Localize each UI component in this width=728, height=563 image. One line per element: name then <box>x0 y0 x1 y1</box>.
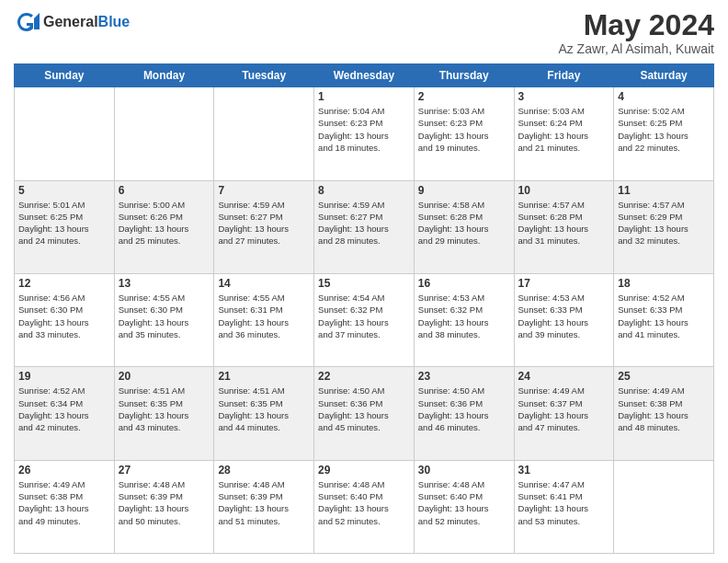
calendar-day-cell <box>614 460 714 553</box>
day-number: 17 <box>518 277 610 290</box>
day-number: 15 <box>318 277 410 290</box>
day-number: 14 <box>218 277 310 290</box>
day-info: Sunrise: 5:01 AM Sunset: 6:25 PM Dayligh… <box>18 199 110 247</box>
day-number: 16 <box>418 277 510 290</box>
day-number: 7 <box>218 184 310 197</box>
day-number: 5 <box>18 184 110 197</box>
day-number: 29 <box>318 464 410 477</box>
day-number: 19 <box>18 370 110 383</box>
calendar-day-cell: 19Sunrise: 4:52 AM Sunset: 6:34 PM Dayli… <box>15 367 115 460</box>
calendar-day-cell: 7Sunrise: 4:59 AM Sunset: 6:27 PM Daylig… <box>214 180 314 273</box>
day-info: Sunrise: 4:59 AM Sunset: 6:27 PM Dayligh… <box>318 199 410 247</box>
calendar-day-cell <box>214 87 314 180</box>
day-number: 9 <box>418 184 510 197</box>
calendar-day-cell: 5Sunrise: 5:01 AM Sunset: 6:25 PM Daylig… <box>15 180 115 273</box>
day-number: 24 <box>518 370 610 383</box>
page: GeneralBlue May 2024 Az Zawr, Al Asimah,… <box>0 0 728 563</box>
day-info: Sunrise: 4:55 AM Sunset: 6:30 PM Dayligh… <box>119 292 210 340</box>
day-number: 22 <box>318 370 410 383</box>
day-info: Sunrise: 4:48 AM Sunset: 6:40 PM Dayligh… <box>418 478 510 527</box>
calendar-day-cell: 31Sunrise: 4:47 AM Sunset: 6:41 PM Dayli… <box>514 460 614 553</box>
calendar-day-cell: 11Sunrise: 4:57 AM Sunset: 6:29 PM Dayli… <box>614 180 714 273</box>
calendar-day-cell: 27Sunrise: 4:48 AM Sunset: 6:39 PM Dayli… <box>114 460 214 553</box>
day-number: 13 <box>119 277 210 290</box>
logo: GeneralBlue <box>14 9 130 35</box>
calendar-day-cell: 30Sunrise: 4:48 AM Sunset: 6:40 PM Dayli… <box>414 460 514 553</box>
calendar-day-cell: 1Sunrise: 5:04 AM Sunset: 6:23 PM Daylig… <box>314 87 415 180</box>
logo-blue: Blue <box>98 14 131 30</box>
calendar-day-cell: 12Sunrise: 4:56 AM Sunset: 6:30 PM Dayli… <box>15 273 115 366</box>
day-info: Sunrise: 4:48 AM Sunset: 6:39 PM Dayligh… <box>218 478 310 527</box>
header: GeneralBlue May 2024 Az Zawr, Al Asimah,… <box>14 9 714 56</box>
day-info: Sunrise: 4:48 AM Sunset: 6:39 PM Dayligh… <box>119 478 210 527</box>
header-monday: Monday <box>114 64 214 87</box>
day-number: 11 <box>618 184 710 197</box>
day-info: Sunrise: 4:49 AM Sunset: 6:38 PM Dayligh… <box>618 385 710 433</box>
day-info: Sunrise: 5:04 AM Sunset: 6:23 PM Dayligh… <box>318 105 410 154</box>
calendar-day-cell: 24Sunrise: 4:49 AM Sunset: 6:37 PM Dayli… <box>514 367 614 460</box>
day-number: 6 <box>119 184 210 197</box>
header-sunday: Sunday <box>15 64 115 87</box>
calendar-day-cell: 6Sunrise: 5:00 AM Sunset: 6:26 PM Daylig… <box>114 180 214 273</box>
day-info: Sunrise: 4:48 AM Sunset: 6:40 PM Dayligh… <box>318 478 410 527</box>
header-friday: Friday <box>514 64 614 87</box>
day-info: Sunrise: 4:56 AM Sunset: 6:30 PM Dayligh… <box>18 292 110 340</box>
calendar-week-row: 19Sunrise: 4:52 AM Sunset: 6:34 PM Dayli… <box>15 367 714 460</box>
day-number: 2 <box>418 90 510 103</box>
day-number: 23 <box>418 370 510 383</box>
calendar-day-cell: 9Sunrise: 4:58 AM Sunset: 6:28 PM Daylig… <box>414 180 514 273</box>
calendar-day-cell: 20Sunrise: 4:51 AM Sunset: 6:35 PM Dayli… <box>114 367 214 460</box>
calendar-day-cell: 29Sunrise: 4:48 AM Sunset: 6:40 PM Dayli… <box>314 460 415 553</box>
calendar-day-cell: 3Sunrise: 5:03 AM Sunset: 6:24 PM Daylig… <box>514 87 614 180</box>
day-info: Sunrise: 4:47 AM Sunset: 6:41 PM Dayligh… <box>518 478 610 527</box>
day-number: 18 <box>618 277 710 290</box>
day-number: 27 <box>119 464 210 477</box>
day-info: Sunrise: 4:50 AM Sunset: 6:36 PM Dayligh… <box>418 385 510 433</box>
logo-icon <box>14 9 40 35</box>
day-number: 26 <box>18 464 110 477</box>
calendar-week-row: 12Sunrise: 4:56 AM Sunset: 6:30 PM Dayli… <box>15 273 714 366</box>
calendar-day-cell: 13Sunrise: 4:55 AM Sunset: 6:30 PM Dayli… <box>114 273 214 366</box>
calendar-week-row: 1Sunrise: 5:04 AM Sunset: 6:23 PM Daylig… <box>15 87 714 180</box>
calendar-day-cell <box>114 87 214 180</box>
day-number: 31 <box>518 464 610 477</box>
logo-text: GeneralBlue <box>43 14 130 30</box>
day-info: Sunrise: 4:59 AM Sunset: 6:27 PM Dayligh… <box>218 199 310 247</box>
calendar-day-cell: 26Sunrise: 4:49 AM Sunset: 6:38 PM Dayli… <box>15 460 115 553</box>
day-info: Sunrise: 4:51 AM Sunset: 6:35 PM Dayligh… <box>218 385 310 433</box>
calendar-day-cell: 15Sunrise: 4:54 AM Sunset: 6:32 PM Dayli… <box>314 273 415 366</box>
calendar-day-cell: 23Sunrise: 4:50 AM Sunset: 6:36 PM Dayli… <box>414 367 514 460</box>
day-info: Sunrise: 4:49 AM Sunset: 6:37 PM Dayligh… <box>518 385 610 433</box>
day-number: 21 <box>218 370 310 383</box>
day-info: Sunrise: 4:51 AM Sunset: 6:35 PM Dayligh… <box>119 385 210 433</box>
calendar-day-cell: 16Sunrise: 4:53 AM Sunset: 6:32 PM Dayli… <box>414 273 514 366</box>
day-info: Sunrise: 4:50 AM Sunset: 6:36 PM Dayligh… <box>318 385 410 433</box>
calendar-day-cell: 4Sunrise: 5:02 AM Sunset: 6:25 PM Daylig… <box>614 87 714 180</box>
header-tuesday: Tuesday <box>214 64 314 87</box>
day-number: 4 <box>618 90 710 103</box>
day-number: 12 <box>18 277 110 290</box>
calendar-day-cell: 14Sunrise: 4:55 AM Sunset: 6:31 PM Dayli… <box>214 273 314 366</box>
calendar-day-cell: 2Sunrise: 5:03 AM Sunset: 6:23 PM Daylig… <box>414 87 514 180</box>
calendar-day-cell: 8Sunrise: 4:59 AM Sunset: 6:27 PM Daylig… <box>314 180 415 273</box>
calendar-day-cell: 18Sunrise: 4:52 AM Sunset: 6:33 PM Dayli… <box>614 273 714 366</box>
day-info: Sunrise: 4:54 AM Sunset: 6:32 PM Dayligh… <box>318 292 410 340</box>
day-info: Sunrise: 5:03 AM Sunset: 6:23 PM Dayligh… <box>418 105 510 154</box>
day-info: Sunrise: 4:52 AM Sunset: 6:33 PM Dayligh… <box>618 292 710 340</box>
day-number: 1 <box>318 90 410 103</box>
header-right: May 2024 Az Zawr, Al Asimah, Kuwait <box>558 9 714 56</box>
calendar-week-row: 5Sunrise: 5:01 AM Sunset: 6:25 PM Daylig… <box>15 180 714 273</box>
day-number: 25 <box>618 370 710 383</box>
location: Az Zawr, Al Asimah, Kuwait <box>558 41 714 56</box>
calendar-day-cell: 21Sunrise: 4:51 AM Sunset: 6:35 PM Dayli… <box>214 367 314 460</box>
logo-general: General <box>43 14 98 30</box>
header-saturday: Saturday <box>614 64 714 87</box>
day-info: Sunrise: 4:49 AM Sunset: 6:38 PM Dayligh… <box>18 478 110 527</box>
calendar-day-cell: 10Sunrise: 4:57 AM Sunset: 6:28 PM Dayli… <box>514 180 614 273</box>
day-info: Sunrise: 4:53 AM Sunset: 6:32 PM Dayligh… <box>418 292 510 340</box>
day-info: Sunrise: 4:52 AM Sunset: 6:34 PM Dayligh… <box>18 385 110 433</box>
calendar-week-row: 26Sunrise: 4:49 AM Sunset: 6:38 PM Dayli… <box>15 460 714 553</box>
day-info: Sunrise: 4:55 AM Sunset: 6:31 PM Dayligh… <box>218 292 310 340</box>
header-thursday: Thursday <box>414 64 514 87</box>
header-wednesday: Wednesday <box>314 64 415 87</box>
